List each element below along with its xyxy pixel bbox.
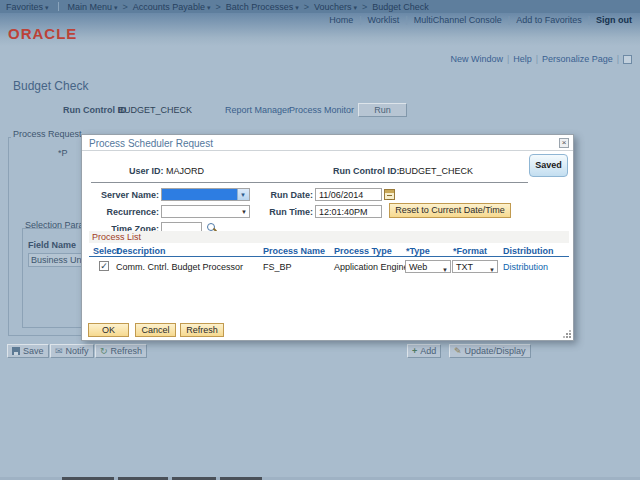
run-control-row: Run Control ID BUDGET_CHECK Report Manag… bbox=[0, 103, 640, 117]
chevron-down-icon: ▾ bbox=[45, 4, 49, 11]
breadcrumb-batch-processes[interactable]: Batch Processes▾ bbox=[226, 2, 299, 12]
breadcrumb-favorites[interactable]: Favorites▾ bbox=[6, 2, 49, 12]
distribution-link[interactable]: Distribution bbox=[503, 262, 548, 272]
dropdown-arrow-button[interactable]: ▼ bbox=[237, 189, 249, 200]
table-row: ✓ Comm. Cntrl. Budget Processor FS_BP Ap… bbox=[89, 260, 569, 274]
chevron-down-icon: ▼ bbox=[442, 264, 448, 276]
recurrence-dropdown[interactable]: ▼ bbox=[161, 205, 250, 218]
process-list-column-headers: Select Description Process Name Process … bbox=[89, 245, 569, 257]
run-control-id-label: Run Control ID bbox=[63, 105, 127, 115]
process-name: FS_BP bbox=[263, 262, 292, 272]
column-process-type: Process Type bbox=[334, 246, 392, 256]
field-name-header: Field Name bbox=[28, 240, 76, 250]
link-separator: | bbox=[507, 54, 509, 64]
link-separator: | bbox=[588, 15, 590, 25]
chevron-right-icon: > bbox=[123, 2, 128, 12]
link-separator: | bbox=[508, 15, 510, 25]
close-icon[interactable]: × bbox=[559, 138, 569, 148]
notify-icon: ✉ bbox=[55, 347, 63, 356]
personalize-layout-icon[interactable] bbox=[623, 55, 632, 64]
divider bbox=[91, 182, 528, 183]
chevron-down-icon: ▾ bbox=[207, 4, 211, 11]
save-button[interactable]: Save bbox=[7, 344, 49, 358]
column-distribution: Distribution bbox=[503, 246, 554, 256]
column-format: *Format bbox=[453, 246, 487, 256]
select-checkbox[interactable]: ✓ bbox=[99, 261, 109, 271]
server-name-dropdown[interactable]: ▼ bbox=[161, 188, 250, 201]
screen: Favorites▾ Main Menu▾ > Accounts Payable… bbox=[0, 0, 640, 480]
link-separator: | bbox=[617, 54, 619, 64]
breadcrumb-current-page: Budget Check bbox=[372, 2, 429, 12]
server-name-label: Server Name: bbox=[82, 190, 159, 200]
recurrence-label: Recurrence: bbox=[82, 207, 159, 217]
process-monitor-link[interactable]: Process Monitor bbox=[289, 105, 354, 115]
chevron-down-icon: ▼ bbox=[241, 209, 247, 215]
run-button[interactable]: Run bbox=[358, 103, 407, 117]
resize-handle[interactable] bbox=[563, 330, 571, 338]
breadcrumb-vouchers[interactable]: Vouchers▾ bbox=[314, 2, 357, 12]
calendar-icon[interactable] bbox=[384, 189, 395, 200]
sign-out-link[interactable]: Sign out bbox=[596, 15, 632, 25]
add-to-favorites-link[interactable]: Add to Favorites bbox=[516, 15, 582, 25]
link-separator: | bbox=[536, 54, 538, 64]
server-name-selection bbox=[162, 189, 238, 200]
run-control-id-value: BUDGET_CHECK bbox=[399, 166, 473, 176]
chevron-right-icon: > bbox=[215, 2, 220, 12]
refresh-icon: ↻ bbox=[100, 347, 108, 356]
update-display-button[interactable]: ✎ Update/Display bbox=[449, 344, 531, 358]
dialog-refresh-button[interactable]: Refresh bbox=[180, 323, 224, 337]
dialog-titlebar: Process Scheduler Request × bbox=[82, 135, 573, 151]
format-dropdown[interactable]: TXT▼ bbox=[452, 260, 498, 273]
run-control-id-value: BUDGET_CHECK bbox=[118, 105, 192, 115]
home-link[interactable]: Home bbox=[329, 15, 353, 25]
run-date-input[interactable]: 11/06/2014 bbox=[315, 188, 382, 201]
dialog-title: Process Scheduler Request bbox=[89, 138, 213, 149]
process-description: Comm. Cntrl. Budget Processor bbox=[116, 262, 243, 272]
page-tools: New Window | Help | Personalize Page | bbox=[450, 54, 632, 64]
header-band: Home | Worklist | MultiChannel Console |… bbox=[0, 13, 640, 46]
process-type: Application Engine bbox=[334, 262, 409, 272]
chevron-down-icon: ▾ bbox=[354, 4, 358, 11]
process-scheduler-request-dialog: Process Scheduler Request × Saved User I… bbox=[81, 134, 574, 341]
breadcrumb: Favorites▾ Main Menu▾ > Accounts Payable… bbox=[0, 0, 640, 13]
column-type: *Type bbox=[406, 246, 430, 256]
add-button[interactable]: + Add bbox=[407, 344, 441, 358]
link-separator: | bbox=[359, 15, 361, 25]
type-dropdown[interactable]: Web▼ bbox=[405, 260, 451, 273]
column-description: Description bbox=[116, 246, 166, 256]
reset-date-time-button[interactable]: Reset to Current Date/Time bbox=[389, 203, 511, 218]
run-time-label: Run Time: bbox=[253, 207, 313, 217]
cancel-button[interactable]: Cancel bbox=[135, 323, 176, 337]
breadcrumb-divider bbox=[58, 2, 59, 11]
chevron-down-icon: ▾ bbox=[295, 4, 299, 11]
multichannel-console-link[interactable]: MultiChannel Console bbox=[414, 15, 502, 25]
column-process-name: Process Name bbox=[263, 246, 325, 256]
add-icon: + bbox=[412, 347, 417, 356]
process-list-header: Process List bbox=[89, 231, 569, 243]
notify-button[interactable]: ✉ Notify bbox=[50, 344, 94, 358]
chevron-right-icon: > bbox=[362, 2, 367, 12]
saved-status-badge: Saved bbox=[529, 154, 568, 177]
report-manager-link[interactable]: Report Manager bbox=[225, 105, 290, 115]
run-control-id-label: Run Control ID: bbox=[333, 166, 400, 176]
personalize-page-link[interactable]: Personalize Page bbox=[542, 54, 613, 64]
selection-parameters-label: Selection Para bbox=[25, 220, 84, 230]
run-time-input[interactable]: 12:01:40PM bbox=[315, 205, 382, 218]
ok-button[interactable]: OK bbox=[88, 323, 129, 337]
breadcrumb-accounts-payable[interactable]: Accounts Payable▾ bbox=[133, 2, 211, 12]
process-request-label: Process Request bbox=[11, 129, 84, 139]
refresh-button[interactable]: ↻ Refresh bbox=[95, 344, 147, 358]
pencil-icon: ✎ bbox=[454, 347, 462, 356]
chevron-down-icon: ▼ bbox=[489, 264, 495, 276]
page-title: Budget Check bbox=[13, 79, 88, 93]
business-unit-cell: Business Uni bbox=[28, 253, 86, 267]
worklist-link[interactable]: Worklist bbox=[368, 15, 400, 25]
help-link[interactable]: Help bbox=[513, 54, 532, 64]
chevron-down-icon: ▾ bbox=[114, 4, 118, 11]
save-icon bbox=[12, 347, 20, 355]
breadcrumb-main-menu[interactable]: Main Menu▾ bbox=[68, 2, 118, 12]
process-frequency-partial-label: *P bbox=[58, 148, 68, 158]
user-id-value: MAJORD bbox=[166, 166, 204, 176]
link-separator: | bbox=[405, 15, 407, 25]
new-window-link[interactable]: New Window bbox=[450, 54, 503, 64]
